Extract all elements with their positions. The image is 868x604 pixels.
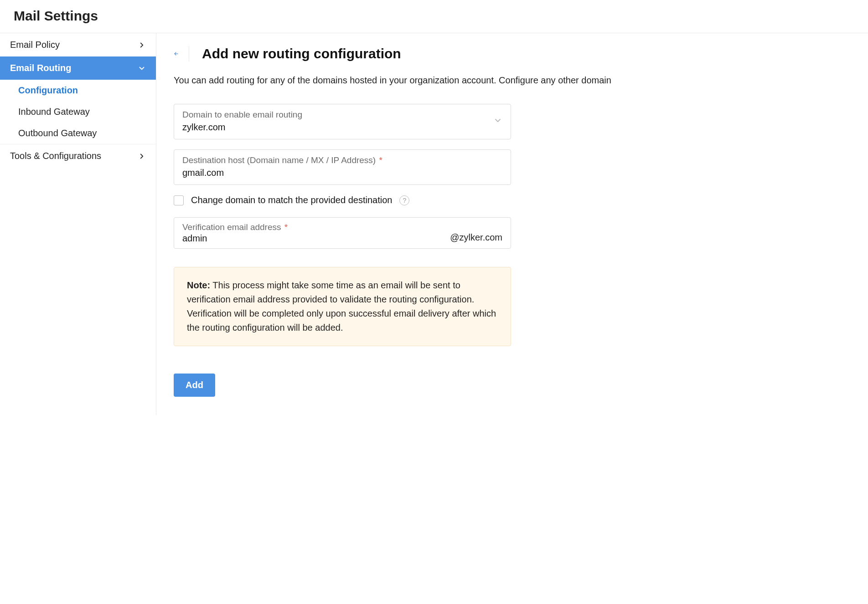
change-domain-checkbox[interactable] — [174, 195, 184, 205]
destination-host-input[interactable] — [182, 165, 502, 179]
required-marker: * — [282, 222, 288, 232]
sidebar-subnav-email-routing: Configuration Inbound Gateway Outbound G… — [0, 80, 156, 144]
required-marker: * — [377, 155, 382, 165]
main-content: Add new routing configuration You can ad… — [156, 33, 868, 415]
sidebar-subitem-configuration[interactable]: Configuration — [0, 80, 156, 101]
sidebar-subitem-inbound-gateway[interactable]: Inbound Gateway — [0, 101, 156, 123]
page-title: Mail Settings — [0, 0, 868, 33]
chevron-down-icon — [493, 116, 502, 128]
sidebar-item-tools-configurations[interactable]: Tools & Configurations — [0, 144, 156, 168]
verification-email-label: Verification email address * — [182, 222, 446, 232]
destination-host-label: Destination host (Domain name / MX / IP … — [182, 155, 502, 165]
change-domain-label: Change domain to match the provided dest… — [191, 195, 392, 205]
back-button[interactable] — [174, 46, 189, 61]
sidebar-subitem-outbound-gateway[interactable]: Outbound Gateway — [0, 123, 156, 144]
sidebar-item-email-policy[interactable]: Email Policy — [0, 33, 156, 56]
domain-select-value: zylker.com — [182, 120, 502, 133]
domain-select[interactable]: Domain to enable email routing zylker.co… — [174, 104, 511, 139]
add-button[interactable]: Add — [174, 374, 215, 397]
verification-email-field[interactable]: Verification email address * @zylker.com — [174, 217, 511, 249]
verification-email-input[interactable] — [182, 232, 446, 244]
sidebar-item-label: Email Policy — [10, 40, 60, 50]
sidebar-item-label: Tools & Configurations — [10, 151, 101, 161]
destination-host-field[interactable]: Destination host (Domain name / MX / IP … — [174, 149, 511, 185]
help-icon[interactable]: ? — [399, 195, 409, 205]
sidebar: Email Policy Email Routing Configuration… — [0, 33, 156, 415]
arrow-left-icon — [174, 48, 179, 60]
sidebar-item-email-routing[interactable]: Email Routing — [0, 56, 156, 80]
chevron-right-icon — [138, 152, 146, 160]
note-box: Note: This process might take some time … — [174, 267, 511, 346]
domain-select-label: Domain to enable email routing — [182, 110, 502, 120]
note-body: This process might take some time as an … — [187, 280, 496, 333]
form-title: Add new routing configuration — [202, 46, 401, 61]
intro-text: You can add routing for any of the domai… — [174, 75, 868, 86]
note-prefix: Note: — [187, 280, 210, 290]
verification-email-suffix: @zylker.com — [450, 232, 502, 244]
chevron-right-icon — [138, 41, 146, 49]
chevron-down-icon — [138, 64, 146, 72]
sidebar-item-label: Email Routing — [10, 63, 71, 73]
